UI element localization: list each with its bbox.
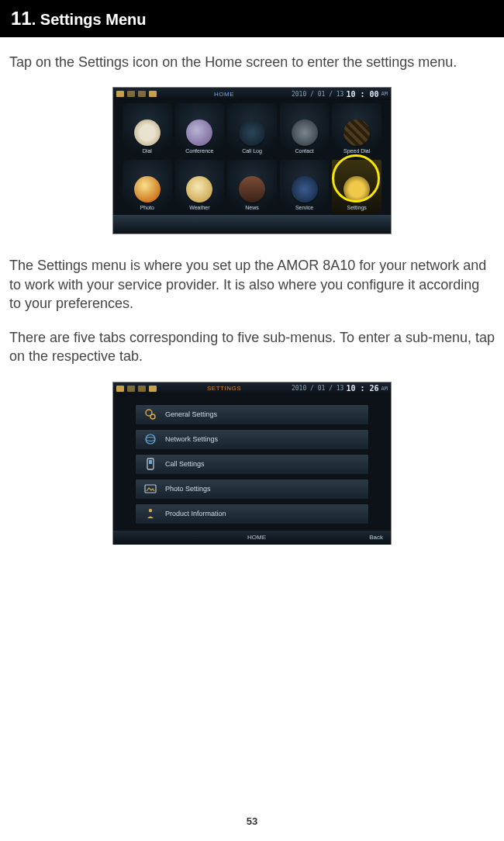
network-icon xyxy=(127,91,135,97)
paragraph-intro: Tap on the Settings icon on the Home scr… xyxy=(9,53,495,71)
network-icon xyxy=(127,386,135,392)
status-time: 10 : 00 xyxy=(346,90,378,99)
dock-bar xyxy=(113,215,391,234)
photo-settings-icon xyxy=(143,482,157,496)
app-label: Contact xyxy=(295,146,314,157)
app-label: News xyxy=(245,202,259,213)
news-icon xyxy=(239,176,265,202)
status-ampm: AM xyxy=(381,386,388,392)
app-label: Call Log xyxy=(242,146,262,157)
settings-row-label: Product Information xyxy=(165,510,226,517)
settings-row-call[interactable]: Call Settings xyxy=(135,454,369,475)
svg-rect-6 xyxy=(145,485,156,493)
status-icon-2 xyxy=(149,386,157,392)
page-number: 53 xyxy=(0,815,504,827)
status-bar: SETTINGS 2010 / 01 / 13 10 : 26 AM xyxy=(113,382,391,395)
network-settings-icon xyxy=(143,432,157,446)
home-button[interactable]: HOME xyxy=(247,534,266,541)
call-settings-icon xyxy=(143,457,157,471)
status-icon xyxy=(138,91,146,97)
dial-icon xyxy=(134,119,161,146)
paragraph-description: The Settings menu is where you set up th… xyxy=(9,256,495,313)
svg-rect-5 xyxy=(149,460,152,464)
app-label: Settings xyxy=(347,202,367,213)
settings-row-label: Photo Settings xyxy=(165,485,211,493)
app-call-log[interactable]: Call Log xyxy=(227,103,277,157)
app-label: Speed Dial xyxy=(343,146,370,157)
app-label: Service xyxy=(295,202,313,213)
conference-icon xyxy=(186,119,212,146)
settings-row-general[interactable]: General Settings xyxy=(135,404,369,425)
settings-row-label: General Settings xyxy=(165,410,217,418)
settings-screenshot: SETTINGS 2010 / 01 / 13 10 : 26 AM Gener… xyxy=(112,382,392,545)
settings-row-label: Network Settings xyxy=(165,435,218,443)
service-icon xyxy=(292,176,318,202)
app-settings[interactable]: Settings xyxy=(332,160,381,213)
settings-row-network[interactable]: Network Settings xyxy=(135,429,369,450)
section-title: . Settings Menu xyxy=(32,11,147,28)
status-icon xyxy=(138,386,146,392)
bottom-bar: HOME Back xyxy=(113,531,391,545)
settings-row-label: Call Settings xyxy=(165,460,205,468)
speed-dial-icon xyxy=(343,119,370,146)
settings-row-product-info[interactable]: Product Information xyxy=(135,504,369,524)
app-photo[interactable]: Photo xyxy=(123,160,172,213)
svg-point-3 xyxy=(146,438,155,441)
app-contact[interactable]: Contact xyxy=(280,103,330,157)
section-header: 11. Settings Menu xyxy=(0,0,504,37)
app-dial[interactable]: Dial xyxy=(123,103,172,157)
status-bar: HOME 2010 / 01 / 13 10 : 00 AM xyxy=(113,88,391,100)
status-icon-2 xyxy=(149,91,157,97)
chapter-number: 11 xyxy=(11,8,32,29)
app-label: Photo xyxy=(140,202,154,213)
app-label: Conference xyxy=(185,146,213,157)
contact-icon xyxy=(292,119,318,146)
back-button[interactable]: Back xyxy=(369,534,383,541)
app-conference[interactable]: Conference xyxy=(175,103,225,157)
status-date: 2010 / 01 / 13 xyxy=(292,91,343,98)
app-service[interactable]: Service xyxy=(280,160,330,213)
settings-row-photo[interactable]: Photo Settings xyxy=(135,479,369,500)
paragraph-tabs: There are five tabs corresponding to fiv… xyxy=(9,328,495,366)
svg-point-2 xyxy=(146,434,155,444)
app-news[interactable]: News xyxy=(227,160,277,213)
home-screenshot: HOME 2010 / 01 / 13 10 : 00 AM Dial Conf… xyxy=(112,87,392,234)
screen-title: SETTINGS xyxy=(157,385,292,392)
status-ampm: AM xyxy=(381,91,388,97)
call-log-icon xyxy=(239,119,265,146)
status-time: 10 : 26 xyxy=(346,384,378,393)
app-speed-dial[interactable]: Speed Dial xyxy=(332,103,381,157)
screen-title: HOME xyxy=(157,91,292,98)
svg-point-1 xyxy=(150,414,155,419)
svg-point-7 xyxy=(149,509,152,512)
status-date: 2010 / 01 / 13 xyxy=(292,385,343,392)
photo-icon xyxy=(134,176,161,202)
app-label: Dial xyxy=(143,146,152,157)
battery-icon xyxy=(116,386,124,392)
weather-icon xyxy=(186,176,212,202)
battery-icon xyxy=(116,91,124,97)
app-label: Weather xyxy=(189,202,209,213)
product-info-icon xyxy=(143,507,157,521)
general-settings-icon xyxy=(143,407,157,421)
app-weather[interactable]: Weather xyxy=(175,160,225,213)
settings-icon xyxy=(343,176,370,202)
